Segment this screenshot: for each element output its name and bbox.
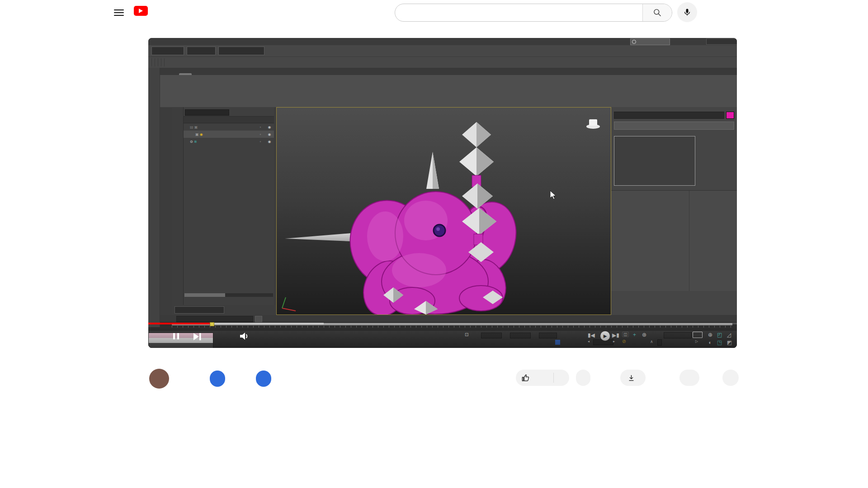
explorer-horizontal-scrollbar[interactable] [184, 293, 273, 297]
time-slider-handle[interactable] [210, 322, 214, 326]
thumb-up-icon [521, 374, 530, 382]
channel-avatar[interactable] [149, 369, 169, 389]
frozen-cell[interactable]: ◦ [256, 140, 265, 144]
scene-explorer-panel: ▤ ▣ ◦ ◉ ▣ ◉ ◦ ◉ ⊙ ≋ ◦ ◉ [184, 107, 274, 305]
ribbon-tab-bar [148, 68, 737, 75]
object-icons: ⊙ ≋ [190, 140, 202, 144]
render-cell[interactable]: ◉ [265, 140, 274, 144]
render-cell[interactable]: ◉ [265, 125, 274, 129]
modifier-list-dropdown[interactable] [614, 122, 734, 130]
explorer-column-headers [184, 116, 274, 123]
save-button[interactable] [679, 370, 699, 386]
explorer-row-elephant[interactable]: ⊙ ≋ ◦ ◉ [184, 138, 274, 145]
view-dropdown[interactable] [187, 47, 216, 55]
scene-explorer-search-row [184, 109, 274, 116]
explorer-row-default-layer[interactable]: ▤ ▣ ◦ ◉ [184, 123, 274, 131]
viewport-statistics [281, 118, 298, 130]
frozen-cell[interactable]: ◦ [256, 125, 265, 129]
max-secondary-toolbar [148, 57, 737, 68]
youtube-logo[interactable] [134, 6, 151, 16]
user-icon [632, 40, 636, 44]
bone-dropdown[interactable] [151, 47, 184, 55]
command-panel [611, 107, 737, 315]
pause-button[interactable] [173, 333, 179, 339]
create-selection-set-dropdown[interactable] [218, 47, 264, 55]
modifier-stack[interactable] [614, 136, 695, 186]
frame-counter-field[interactable] [176, 316, 253, 322]
edit-video-button[interactable] [256, 371, 271, 387]
search-bar [395, 4, 672, 22]
search-input[interactable] [395, 4, 642, 21]
explorer-footer [172, 305, 276, 315]
max-sign-in[interactable] [630, 38, 670, 45]
explorer-row-domelight[interactable]: ▣ ◉ ◦ ◉ [184, 131, 274, 138]
more-actions-button[interactable] [722, 370, 739, 386]
share-button[interactable] [576, 370, 590, 386]
analytics-button[interactable] [210, 371, 225, 387]
download-icon [627, 374, 635, 382]
object-name-field[interactable] [614, 112, 724, 119]
timeline-config-button[interactable] [255, 316, 262, 322]
like-dislike-pill [516, 370, 569, 386]
frozen-cell[interactable]: ◦ [256, 132, 265, 136]
explorer-search-input[interactable] [185, 109, 229, 116]
search-button[interactable] [642, 4, 672, 21]
max-main-toolbar [148, 45, 737, 57]
render-cell[interactable]: ◉ [265, 132, 274, 136]
volume-button[interactable] [240, 332, 249, 342]
hamburger-menu-icon[interactable] [114, 8, 124, 18]
dislike-button[interactable] [554, 370, 569, 386]
download-button[interactable] [620, 370, 646, 386]
like-button[interactable] [516, 374, 553, 382]
explorer-mode-dropdown[interactable] [175, 306, 224, 314]
object-color-swatch[interactable] [726, 112, 734, 119]
ribbon-collapsed-band [148, 75, 737, 108]
player-bottom-gradient [148, 327, 737, 348]
command-panel-rollout-area [611, 190, 737, 291]
workspace-dropdown[interactable] [706, 38, 737, 45]
voice-search-button[interactable] [677, 2, 697, 22]
viewport[interactable] [276, 107, 611, 315]
search-icon [653, 8, 662, 17]
mic-icon [683, 8, 692, 17]
yt-progress-played [148, 323, 212, 324]
video-player[interactable]: ▤ ▣ ◦ ◉ ▣ ◉ ◦ ◉ ⊙ ≋ ◦ ◉ [148, 38, 737, 348]
youtube-play-icon [134, 6, 148, 16]
viewport-scene [277, 108, 611, 314]
youtube-watch-page: ▤ ▣ ◦ ◉ ▣ ◉ ◦ ◉ ⊙ ≋ ◦ ◉ [0, 0, 868, 488]
max-left-sidebar [148, 68, 160, 327]
next-video-button[interactable] [193, 333, 202, 342]
volume-icon [240, 332, 249, 340]
layer-icon: ▤ ▣ [190, 125, 202, 129]
scene-explorer-filter-strip [172, 107, 184, 305]
light-icon: ▣ ◉ [195, 132, 207, 136]
next-icon [193, 333, 202, 340]
timeline-row [148, 315, 737, 322]
